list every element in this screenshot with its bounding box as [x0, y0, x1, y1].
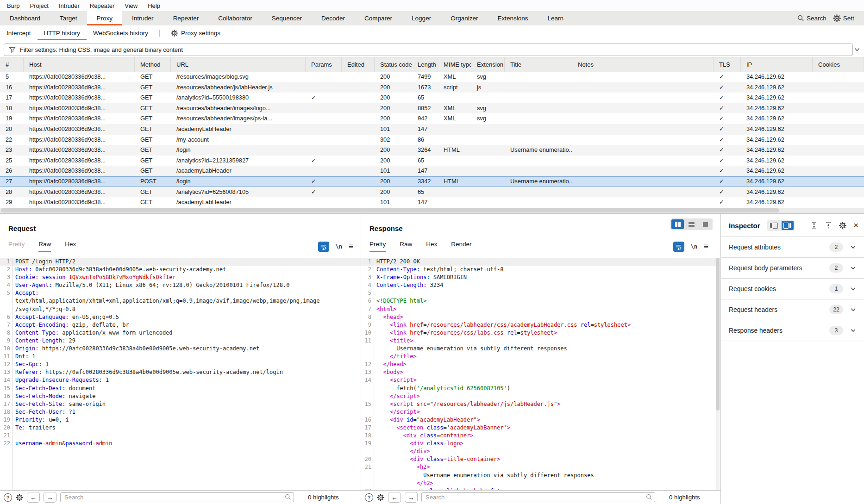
table-horizontal-scrollbar[interactable] [0, 208, 864, 213]
request-editor[interactable]: 1POST /login HTTP/22Host: 0afc00280336d9… [0, 258, 361, 491]
next-match-button[interactable]: → [44, 492, 56, 503]
menu-project[interactable]: Project [25, 2, 53, 9]
inspector-section-request-body-parameters[interactable]: Request body parameters2 [721, 258, 864, 279]
menu-intruder[interactable]: Intruder [54, 2, 85, 9]
tab-request-hex[interactable]: Hex [65, 241, 76, 252]
menu-burp[interactable]: Burp [2, 2, 25, 9]
table-row[interactable]: 17https://0afc00280336d9c38...GET/analyt… [0, 93, 864, 103]
gear-icon[interactable] [16, 494, 23, 501]
table-row[interactable]: 19https://0afc00280336d9c38...GET/resour… [0, 113, 864, 124]
column-header[interactable]: URL [171, 57, 306, 72]
next-match-button[interactable]: → [405, 492, 418, 503]
help-icon[interactable]: ? [4, 493, 12, 502]
tab-request-pretty[interactable]: Pretty [8, 241, 25, 252]
gear-icon[interactable] [377, 494, 384, 501]
search-input[interactable] [421, 492, 655, 502]
tab-request-raw[interactable]: Raw [38, 241, 51, 252]
table-row[interactable]: 29https://0afc00280336d9c38...GET/academ… [0, 197, 864, 208]
column-header[interactable]: # [0, 57, 24, 72]
chevron-down-icon[interactable] [854, 46, 860, 53]
inspector-section-request-headers[interactable]: Request headers22 [721, 299, 864, 320]
column-header[interactable]: Length [412, 57, 438, 72]
filter-settings-bar[interactable]: Filter settings: Hiding CSS, image and g… [4, 44, 853, 56]
tab-repeater[interactable]: Repeater [163, 11, 209, 25]
tab-intruder[interactable]: Intruder [122, 11, 163, 25]
chevron-down-icon[interactable] [850, 286, 856, 292]
response-editor[interactable]: 1HTTP/2 200 OK2Content-Type: text/html; … [361, 258, 716, 491]
table-row[interactable]: 18https://0afc00280336d9c38...GET/resour… [0, 103, 864, 114]
tab-http-history[interactable]: HTTP history [38, 25, 87, 40]
chevron-down-icon[interactable] [850, 244, 856, 250]
chevron-down-icon[interactable] [850, 328, 856, 334]
expand-all-icon[interactable] [810, 222, 818, 229]
menu-view[interactable]: View [119, 2, 143, 9]
tab-collaborator[interactable]: Collaborator [208, 11, 262, 25]
table-row[interactable]: 26https://0afc00280336d9c38...GET/academ… [0, 166, 864, 176]
table-row[interactable]: 5https://0afc00280336d9c38...GET/resourc… [0, 72, 864, 82]
table-row[interactable]: 23https://0afc00280336d9c38...GET/login2… [0, 145, 864, 156]
word-wrap-button[interactable] [673, 242, 684, 252]
search-input[interactable] [60, 492, 294, 502]
tab-websockets-history[interactable]: WebSockets history [87, 25, 155, 40]
table-row[interactable]: 16https://0afc00280336d9c38...GET/resour… [0, 82, 864, 93]
column-header[interactable]: Status code [375, 57, 412, 72]
search-icon[interactable] [797, 15, 804, 22]
tab-dashboard[interactable]: Dashboard [0, 11, 50, 25]
prev-match-button[interactable]: ← [388, 492, 401, 503]
scrollbar-thumb[interactable] [716, 258, 720, 411]
scrollbar-thumb[interactable] [1, 208, 779, 212]
table-row[interactable]: 20https://0afc00280336d9c38...GET/academ… [0, 124, 864, 135]
tab-decoder[interactable]: Decoder [312, 11, 355, 25]
inspector-section-response-headers[interactable]: Response headers3 [721, 320, 864, 341]
inspector-section-request-attributes[interactable]: Request attributes2 [721, 237, 864, 258]
inspector-dock-left-button[interactable] [768, 221, 780, 230]
prev-match-button[interactable]: ← [27, 492, 40, 503]
tab-response-raw[interactable]: Raw [400, 241, 412, 252]
column-header[interactable]: Notes [572, 57, 714, 72]
layout-single-button[interactable] [699, 219, 712, 229]
layout-columns-button[interactable] [671, 219, 684, 229]
tab-proxy[interactable]: Proxy [87, 11, 123, 25]
column-header[interactable]: Host [24, 57, 135, 72]
column-header[interactable]: Cookies [813, 57, 864, 72]
tab-response-hex[interactable]: Hex [426, 241, 437, 252]
settings-button[interactable]: Sett [843, 15, 854, 22]
editor-menu-button[interactable]: ≡ [349, 244, 353, 249]
tab-extensions[interactable]: Extensions [488, 11, 538, 25]
tab-target[interactable]: Target [50, 11, 87, 25]
table-row[interactable]: 28https://0afc00280336d9c38...GET/analyt… [0, 187, 864, 198]
column-header[interactable]: Params [306, 57, 342, 72]
editor-menu-button[interactable]: ≡ [704, 244, 708, 249]
tab-response-render[interactable]: Render [451, 241, 471, 252]
tab-learn[interactable]: Learn [538, 11, 573, 25]
column-header[interactable]: Extension [471, 57, 505, 72]
menu-repeater[interactable]: Repeater [85, 2, 119, 9]
tab-response-pretty[interactable]: Pretty [369, 241, 386, 252]
layout-rows-button[interactable] [685, 219, 698, 229]
help-icon[interactable]: ? [365, 493, 373, 502]
inspector-section-request-cookies[interactable]: Request cookies1 [721, 279, 864, 299]
show-newlines-button[interactable]: \n [691, 243, 697, 250]
tab-comparer[interactable]: Comparer [355, 11, 402, 25]
column-header[interactable]: IP [741, 57, 813, 72]
close-icon[interactable]: × [853, 222, 858, 229]
tab-intercept[interactable]: Intercept [0, 25, 38, 40]
tab-proxy-settings[interactable]: Proxy settings [164, 25, 227, 40]
global-search-button[interactable]: Search [807, 15, 826, 22]
column-header[interactable]: Edited [342, 57, 375, 72]
gear-icon[interactable] [839, 222, 846, 229]
menu-help[interactable]: Help [143, 2, 165, 9]
response-scrollbar[interactable] [716, 258, 720, 491]
column-header[interactable]: MIME type [438, 57, 471, 72]
column-header[interactable]: TLS [714, 57, 741, 72]
gear-icon[interactable] [833, 14, 841, 22]
column-header[interactable]: Method [135, 57, 171, 72]
table-row[interactable]: 27https://0afc00280336d9c38...POST/login… [0, 176, 864, 187]
word-wrap-button[interactable] [318, 242, 329, 252]
table-row[interactable]: 25https://0afc00280336d9c38...GET/analyt… [0, 156, 864, 166]
show-newlines-button[interactable]: \n [336, 243, 342, 250]
tab-logger[interactable]: Logger [402, 11, 441, 25]
table-row[interactable]: 22https://0afc00280336d9c38...GET/my-acc… [0, 135, 864, 145]
tab-organizer[interactable]: Organizer [441, 11, 488, 25]
collapse-all-icon[interactable] [825, 222, 832, 229]
